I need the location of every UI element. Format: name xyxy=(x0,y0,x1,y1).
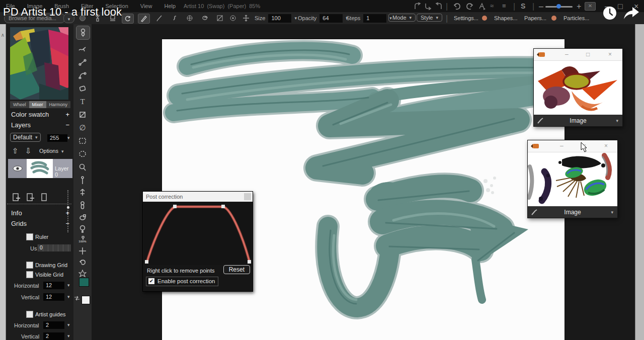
slash-box-icon[interactable] xyxy=(214,14,225,23)
shapes-button[interactable]: Shapes... xyxy=(494,15,517,21)
rotate-canvas-left-icon[interactable] xyxy=(414,3,422,10)
tab-harmony[interactable]: Harmony xyxy=(46,101,71,108)
visible-grid-checkbox[interactable] xyxy=(26,271,33,278)
dialog-title-bar[interactable]: Post correction xyxy=(143,192,253,202)
layer-preset-dropdown[interactable]: Default▾ xyxy=(10,133,41,142)
ellipse-select-tool[interactable] xyxy=(76,148,89,160)
rotate-canvas-right-icon[interactable] xyxy=(435,3,443,10)
zoom-tool[interactable] xyxy=(76,161,89,173)
reference-panel-1[interactable]: – □ × Image ▾ xyxy=(533,48,623,127)
layers-collapse-button[interactable]: − xyxy=(65,121,69,129)
right-scroll-strip[interactable] xyxy=(635,24,644,340)
layer-opacity-caret[interactable]: ▾ xyxy=(67,135,70,140)
dropper-pin-tool[interactable] xyxy=(76,174,89,186)
panel2-minimize-button[interactable]: – xyxy=(560,142,564,149)
exclude-tool[interactable]: ∅ xyxy=(76,122,89,134)
wave-filter-icon[interactable]: ≈ xyxy=(490,2,494,10)
move-cursor-tool[interactable] xyxy=(76,187,89,199)
zoom-in-button[interactable]: + xyxy=(577,2,581,11)
panel1-close-button[interactable]: × xyxy=(608,51,612,58)
guides-vertical-value[interactable]: 2 xyxy=(43,332,64,340)
color-swatch-expand-button[interactable]: + xyxy=(65,111,69,118)
guides-horizontal-value[interactable]: 2 xyxy=(43,321,64,329)
panel1-maximize-button[interactable]: □ xyxy=(586,51,590,58)
panel2-title-bar[interactable]: – □ × xyxy=(528,140,617,152)
menu-view[interactable]: View xyxy=(134,3,158,9)
smudge-hand-tool[interactable] xyxy=(76,211,89,223)
list-icon[interactable]: ≡ xyxy=(502,2,506,10)
pick-transform-icon[interactable] xyxy=(478,3,487,10)
zoom-slider-thumb[interactable] xyxy=(556,4,561,9)
eraser-pad-tool[interactable] xyxy=(76,82,89,95)
steps-value[interactable]: 1 xyxy=(363,14,386,23)
redo-icon[interactable] xyxy=(465,3,474,10)
panel1-footer[interactable]: Image ▾ xyxy=(534,115,622,126)
panel2-close-button[interactable]: × xyxy=(604,142,608,149)
undo-icon[interactable] xyxy=(453,3,461,10)
zoom-out-button[interactable]: – xyxy=(539,2,543,11)
guides-horizontal-caret[interactable]: ▾ xyxy=(67,322,70,327)
zoom-100-tool[interactable]: 100% xyxy=(76,233,89,245)
ruler-checkbox[interactable] xyxy=(26,233,33,240)
rotate-canvas-reset-icon[interactable] xyxy=(424,3,432,10)
papers-button[interactable]: Papers... xyxy=(524,15,546,21)
refresh-brush-icon[interactable] xyxy=(122,14,134,24)
panel2-footer[interactable]: Image ▾ xyxy=(528,206,617,218)
curve-tool[interactable] xyxy=(76,69,89,81)
line-tool[interactable] xyxy=(76,56,89,68)
grid-vertical-caret[interactable]: ▾ xyxy=(67,294,70,299)
guides-vertical-caret[interactable]: ▾ xyxy=(67,333,70,338)
panel1-minimize-button[interactable]: – xyxy=(565,51,569,58)
grid-horizontal-caret[interactable]: ▾ xyxy=(67,283,70,288)
pencil-slant-icon[interactable] xyxy=(138,14,150,24)
size-caret[interactable]: ▾ xyxy=(294,16,297,21)
layer-options-button[interactable]: Options xyxy=(39,148,58,154)
layer-thumbnail[interactable] xyxy=(27,159,53,178)
panel1-image-preview[interactable] xyxy=(534,61,621,114)
panel1-title-bar[interactable]: – □ × xyxy=(534,49,622,61)
layer-down-button[interactable]: ⇩ xyxy=(25,146,32,155)
grid-vertical-value[interactable]: 12 xyxy=(43,293,64,301)
collapse-caret[interactable]: ∧ xyxy=(1,32,5,38)
target-icon[interactable] xyxy=(184,14,195,23)
move-cross-icon[interactable] xyxy=(240,14,252,23)
drawing-grid-checkbox[interactable] xyxy=(26,262,33,269)
swirl-icon[interactable] xyxy=(199,14,210,23)
correction-curve-editor[interactable] xyxy=(144,203,252,265)
add-layer-button[interactable] xyxy=(11,192,22,204)
panel1-caret[interactable]: ▾ xyxy=(616,118,618,123)
s-curve-icon[interactable] xyxy=(169,14,180,23)
dialog-close-button[interactable] xyxy=(244,193,251,200)
panel-scroll-thumb[interactable] xyxy=(67,206,69,209)
reference-panel-2[interactable]: – □ × Image ▾ xyxy=(527,140,618,218)
panel2-caret[interactable]: ▾ xyxy=(611,210,613,215)
color-mixer-pad[interactable] xyxy=(10,27,68,100)
settings-button[interactable]: Settings... xyxy=(454,15,478,21)
background-color-swatch[interactable] xyxy=(82,296,90,304)
swap-colors-icon[interactable] xyxy=(74,296,80,301)
opacity-value[interactable]: 64 xyxy=(319,14,343,23)
styles-icon[interactable]: S xyxy=(521,2,525,10)
tab-wheel[interactable]: Wheel xyxy=(10,101,29,108)
eyedropper-icon[interactable] xyxy=(531,209,538,216)
watch-later-icon[interactable] xyxy=(603,6,617,20)
rect-select-tool[interactable] xyxy=(76,135,89,147)
units-field[interactable]: 0 xyxy=(38,244,71,251)
foreground-color-swatch[interactable] xyxy=(79,278,89,287)
mode-button[interactable]: Mode▾ xyxy=(388,14,416,22)
enable-checkbox[interactable]: ✔ xyxy=(148,278,154,284)
info-expand-button[interactable]: + xyxy=(65,209,69,217)
grids-collapse-button[interactable]: − xyxy=(65,220,69,227)
video-title-overlay[interactable]: PD Artist 10 - a first look xyxy=(3,6,122,19)
crop-slash-tool[interactable] xyxy=(76,109,89,121)
steps-caret[interactable]: ▾ xyxy=(389,16,392,21)
layer-up-button[interactable]: ⇧ xyxy=(12,146,19,155)
panel2-image-preview[interactable] xyxy=(528,152,616,206)
share-icon[interactable] xyxy=(622,6,640,20)
stroke-bead-tool[interactable] xyxy=(76,26,90,40)
artist-guides-checkbox[interactable] xyxy=(26,311,33,318)
eyedropper-icon[interactable] xyxy=(537,117,544,124)
size-value[interactable]: 100 xyxy=(268,14,291,23)
dot-circle-icon[interactable] xyxy=(227,14,238,23)
layer-visibility-toggle[interactable] xyxy=(8,159,27,178)
